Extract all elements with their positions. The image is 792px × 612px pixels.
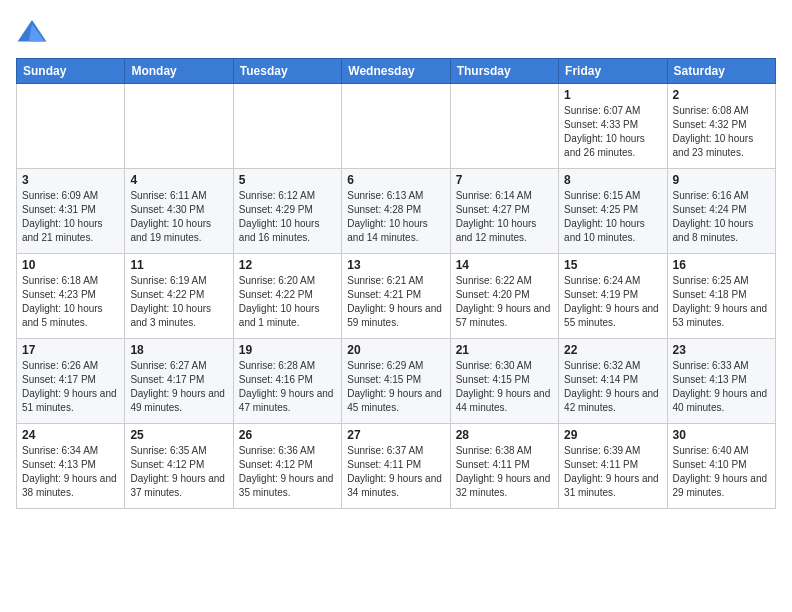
day-info: Sunrise: 6:18 AM Sunset: 4:23 PM Dayligh… [22, 274, 119, 330]
calendar-cell: 7Sunrise: 6:14 AM Sunset: 4:27 PM Daylig… [450, 169, 558, 254]
day-info: Sunrise: 6:13 AM Sunset: 4:28 PM Dayligh… [347, 189, 444, 245]
day-number: 3 [22, 173, 119, 187]
calendar-cell: 10Sunrise: 6:18 AM Sunset: 4:23 PM Dayli… [17, 254, 125, 339]
calendar-cell: 29Sunrise: 6:39 AM Sunset: 4:11 PM Dayli… [559, 424, 667, 509]
day-number: 14 [456, 258, 553, 272]
day-info: Sunrise: 6:22 AM Sunset: 4:20 PM Dayligh… [456, 274, 553, 330]
day-number: 2 [673, 88, 770, 102]
day-number: 15 [564, 258, 661, 272]
calendar-cell [342, 84, 450, 169]
day-info: Sunrise: 6:28 AM Sunset: 4:16 PM Dayligh… [239, 359, 336, 415]
day-info: Sunrise: 6:35 AM Sunset: 4:12 PM Dayligh… [130, 444, 227, 500]
calendar-cell: 17Sunrise: 6:26 AM Sunset: 4:17 PM Dayli… [17, 339, 125, 424]
day-number: 13 [347, 258, 444, 272]
calendar-cell: 26Sunrise: 6:36 AM Sunset: 4:12 PM Dayli… [233, 424, 341, 509]
day-number: 9 [673, 173, 770, 187]
day-number: 25 [130, 428, 227, 442]
day-number: 8 [564, 173, 661, 187]
calendar-cell: 14Sunrise: 6:22 AM Sunset: 4:20 PM Dayli… [450, 254, 558, 339]
calendar-cell: 5Sunrise: 6:12 AM Sunset: 4:29 PM Daylig… [233, 169, 341, 254]
day-info: Sunrise: 6:20 AM Sunset: 4:22 PM Dayligh… [239, 274, 336, 330]
day-number: 23 [673, 343, 770, 357]
page-header [16, 16, 776, 48]
calendar-cell: 13Sunrise: 6:21 AM Sunset: 4:21 PM Dayli… [342, 254, 450, 339]
day-number: 26 [239, 428, 336, 442]
day-number: 17 [22, 343, 119, 357]
calendar-week-row: 1Sunrise: 6:07 AM Sunset: 4:33 PM Daylig… [17, 84, 776, 169]
day-info: Sunrise: 6:40 AM Sunset: 4:10 PM Dayligh… [673, 444, 770, 500]
calendar-cell: 4Sunrise: 6:11 AM Sunset: 4:30 PM Daylig… [125, 169, 233, 254]
calendar-cell: 30Sunrise: 6:40 AM Sunset: 4:10 PM Dayli… [667, 424, 775, 509]
calendar-week-row: 3Sunrise: 6:09 AM Sunset: 4:31 PM Daylig… [17, 169, 776, 254]
day-number: 27 [347, 428, 444, 442]
calendar-cell: 19Sunrise: 6:28 AM Sunset: 4:16 PM Dayli… [233, 339, 341, 424]
day-number: 22 [564, 343, 661, 357]
day-number: 30 [673, 428, 770, 442]
calendar-cell: 8Sunrise: 6:15 AM Sunset: 4:25 PM Daylig… [559, 169, 667, 254]
day-info: Sunrise: 6:32 AM Sunset: 4:14 PM Dayligh… [564, 359, 661, 415]
day-info: Sunrise: 6:29 AM Sunset: 4:15 PM Dayligh… [347, 359, 444, 415]
day-number: 20 [347, 343, 444, 357]
day-number: 12 [239, 258, 336, 272]
day-number: 16 [673, 258, 770, 272]
calendar-week-row: 17Sunrise: 6:26 AM Sunset: 4:17 PM Dayli… [17, 339, 776, 424]
day-info: Sunrise: 6:14 AM Sunset: 4:27 PM Dayligh… [456, 189, 553, 245]
day-info: Sunrise: 6:33 AM Sunset: 4:13 PM Dayligh… [673, 359, 770, 415]
calendar-cell: 18Sunrise: 6:27 AM Sunset: 4:17 PM Dayli… [125, 339, 233, 424]
day-number: 11 [130, 258, 227, 272]
day-info: Sunrise: 6:21 AM Sunset: 4:21 PM Dayligh… [347, 274, 444, 330]
day-number: 4 [130, 173, 227, 187]
day-info: Sunrise: 6:37 AM Sunset: 4:11 PM Dayligh… [347, 444, 444, 500]
calendar-cell: 16Sunrise: 6:25 AM Sunset: 4:18 PM Dayli… [667, 254, 775, 339]
day-info: Sunrise: 6:25 AM Sunset: 4:18 PM Dayligh… [673, 274, 770, 330]
calendar-cell: 20Sunrise: 6:29 AM Sunset: 4:15 PM Dayli… [342, 339, 450, 424]
calendar-day-header: Sunday [17, 59, 125, 84]
calendar-cell: 24Sunrise: 6:34 AM Sunset: 4:13 PM Dayli… [17, 424, 125, 509]
calendar-cell: 9Sunrise: 6:16 AM Sunset: 4:24 PM Daylig… [667, 169, 775, 254]
calendar-cell: 22Sunrise: 6:32 AM Sunset: 4:14 PM Dayli… [559, 339, 667, 424]
day-number: 10 [22, 258, 119, 272]
day-number: 24 [22, 428, 119, 442]
calendar-day-header: Wednesday [342, 59, 450, 84]
day-number: 5 [239, 173, 336, 187]
calendar-day-header: Monday [125, 59, 233, 84]
day-info: Sunrise: 6:24 AM Sunset: 4:19 PM Dayligh… [564, 274, 661, 330]
calendar-week-row: 24Sunrise: 6:34 AM Sunset: 4:13 PM Dayli… [17, 424, 776, 509]
day-info: Sunrise: 6:26 AM Sunset: 4:17 PM Dayligh… [22, 359, 119, 415]
day-number: 18 [130, 343, 227, 357]
day-info: Sunrise: 6:36 AM Sunset: 4:12 PM Dayligh… [239, 444, 336, 500]
calendar-cell: 15Sunrise: 6:24 AM Sunset: 4:19 PM Dayli… [559, 254, 667, 339]
calendar-cell: 2Sunrise: 6:08 AM Sunset: 4:32 PM Daylig… [667, 84, 775, 169]
calendar-day-header: Tuesday [233, 59, 341, 84]
day-info: Sunrise: 6:16 AM Sunset: 4:24 PM Dayligh… [673, 189, 770, 245]
day-number: 29 [564, 428, 661, 442]
calendar-header-row: SundayMondayTuesdayWednesdayThursdayFrid… [17, 59, 776, 84]
calendar-cell: 28Sunrise: 6:38 AM Sunset: 4:11 PM Dayli… [450, 424, 558, 509]
day-info: Sunrise: 6:39 AM Sunset: 4:11 PM Dayligh… [564, 444, 661, 500]
calendar-day-header: Friday [559, 59, 667, 84]
day-info: Sunrise: 6:12 AM Sunset: 4:29 PM Dayligh… [239, 189, 336, 245]
calendar-cell [17, 84, 125, 169]
day-number: 7 [456, 173, 553, 187]
calendar-cell: 12Sunrise: 6:20 AM Sunset: 4:22 PM Dayli… [233, 254, 341, 339]
calendar-cell: 21Sunrise: 6:30 AM Sunset: 4:15 PM Dayli… [450, 339, 558, 424]
calendar-cell: 11Sunrise: 6:19 AM Sunset: 4:22 PM Dayli… [125, 254, 233, 339]
day-number: 19 [239, 343, 336, 357]
day-info: Sunrise: 6:07 AM Sunset: 4:33 PM Dayligh… [564, 104, 661, 160]
day-info: Sunrise: 6:19 AM Sunset: 4:22 PM Dayligh… [130, 274, 227, 330]
day-info: Sunrise: 6:08 AM Sunset: 4:32 PM Dayligh… [673, 104, 770, 160]
day-info: Sunrise: 6:15 AM Sunset: 4:25 PM Dayligh… [564, 189, 661, 245]
day-info: Sunrise: 6:09 AM Sunset: 4:31 PM Dayligh… [22, 189, 119, 245]
calendar-cell: 3Sunrise: 6:09 AM Sunset: 4:31 PM Daylig… [17, 169, 125, 254]
calendar-cell [125, 84, 233, 169]
day-number: 1 [564, 88, 661, 102]
calendar-cell [233, 84, 341, 169]
logo-icon [16, 16, 48, 48]
calendar-day-header: Saturday [667, 59, 775, 84]
logo [16, 16, 52, 48]
day-info: Sunrise: 6:11 AM Sunset: 4:30 PM Dayligh… [130, 189, 227, 245]
day-number: 21 [456, 343, 553, 357]
calendar-cell [450, 84, 558, 169]
calendar-cell: 25Sunrise: 6:35 AM Sunset: 4:12 PM Dayli… [125, 424, 233, 509]
day-number: 6 [347, 173, 444, 187]
